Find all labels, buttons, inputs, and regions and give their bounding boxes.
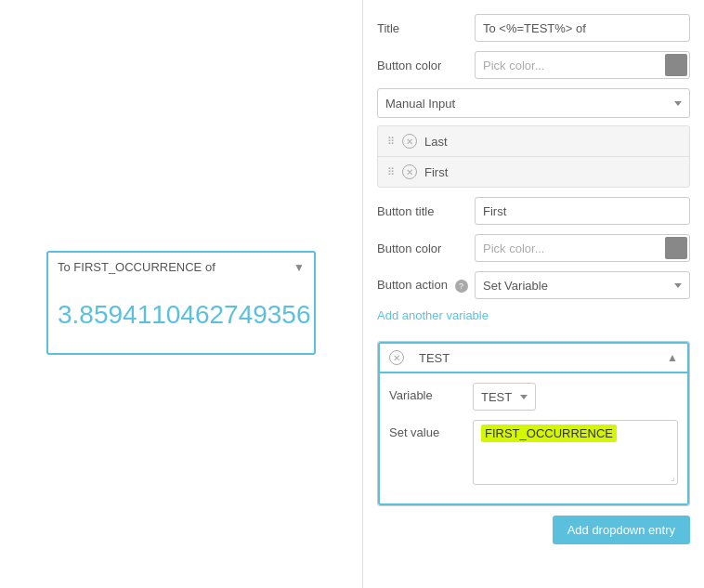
color-placeholder-2: Pick color...: [476, 237, 663, 260]
button-action-label: Button action ?: [377, 278, 475, 293]
title-row: Title: [377, 14, 690, 42]
color-picker-2[interactable]: Pick color...: [475, 234, 690, 262]
list-item-label: First: [424, 165, 448, 179]
variable-label: Variable: [389, 383, 473, 402]
list-item[interactable]: ⠿ ✕ Last: [378, 126, 689, 157]
add-dropdown-button[interactable]: Add dropdown entry: [553, 516, 690, 544]
color-swatch-2[interactable]: [665, 237, 687, 259]
manual-input-row: Manual Input: [377, 88, 690, 118]
add-variable-link[interactable]: Add another variable: [377, 308, 489, 322]
list-item[interactable]: ⠿ ✕ First: [378, 157, 689, 187]
color-picker[interactable]: Pick color...: [475, 51, 690, 79]
button-color2-label: Button color: [377, 242, 475, 255]
test-section-header[interactable]: ✕ TEST ▲: [378, 342, 689, 373]
drag-handle-icon: ⠿: [387, 166, 395, 178]
variable-select[interactable]: TEST: [473, 383, 536, 411]
color-placeholder: Pick color...: [476, 54, 663, 77]
help-icon[interactable]: ?: [455, 280, 468, 293]
dropdown-header-text: To FIRST_OCCURRENCE of: [58, 260, 215, 274]
set-value-label: Set value: [389, 420, 473, 439]
drag-handle-icon: ⠿: [387, 136, 395, 148]
button-color2-row: Button color Pick color...: [377, 234, 690, 262]
remove-icon[interactable]: ✕: [402, 164, 417, 179]
set-value-box[interactable]: FIRST_OCCURRENCE ⌟: [473, 420, 678, 485]
title-input[interactable]: [475, 14, 690, 42]
dropdown-box[interactable]: To FIRST_OCCURRENCE of ▼ 3.8594110462749…: [46, 251, 316, 355]
variable-row: Variable TEST: [389, 383, 678, 411]
button-title-row: Button title: [377, 197, 690, 225]
number-display: 3.8594110462749356: [48, 281, 314, 353]
list-item-label: Last: [424, 135, 448, 149]
remove-icon[interactable]: ✕: [402, 134, 417, 149]
highlighted-value: FIRST_OCCURRENCE: [481, 425, 617, 442]
button-action-select[interactable]: Set Variable: [475, 271, 690, 299]
test-header-left: ✕ TEST: [389, 350, 450, 365]
set-value-control: FIRST_OCCURRENCE ⌟: [473, 420, 678, 485]
button-title-input[interactable]: [475, 197, 690, 225]
color-swatch[interactable]: [665, 54, 687, 76]
test-header-label: TEST: [419, 351, 450, 365]
variable-control: TEST: [473, 383, 678, 411]
button-action-row: Button action ? Set Variable: [377, 271, 690, 299]
test-remove-icon[interactable]: ✕: [389, 350, 404, 365]
test-section: ✕ TEST ▲ Variable TEST Set value F: [377, 341, 690, 506]
test-section-body: Variable TEST Set value FIRST_OCCURRENCE…: [378, 373, 689, 505]
title-label: Title: [377, 21, 475, 35]
set-value-row: Set value FIRST_OCCURRENCE ⌟: [389, 420, 678, 485]
button-color-row: Button color Pick color...: [377, 51, 690, 79]
collapse-icon[interactable]: ▲: [667, 351, 678, 364]
left-panel: To FIRST_OCCURRENCE of ▼ 3.8594110462749…: [0, 0, 362, 588]
button-color-label: Button color: [377, 59, 475, 72]
dropdown-arrow-icon: ▼: [293, 261, 305, 274]
items-list: ⠿ ✕ Last ⠿ ✕ First: [377, 125, 690, 188]
resize-handle[interactable]: ⌟: [671, 472, 675, 482]
add-variable-wrapper: Add another variable: [377, 308, 690, 332]
right-panel: Title Button color Pick color... Manual …: [363, 0, 704, 588]
add-dropdown-wrapper: Add dropdown entry: [377, 516, 690, 544]
dropdown-header[interactable]: To FIRST_OCCURRENCE of ▼: [48, 253, 314, 281]
button-title-label: Button title: [377, 204, 475, 218]
manual-input-select[interactable]: Manual Input: [377, 88, 690, 118]
